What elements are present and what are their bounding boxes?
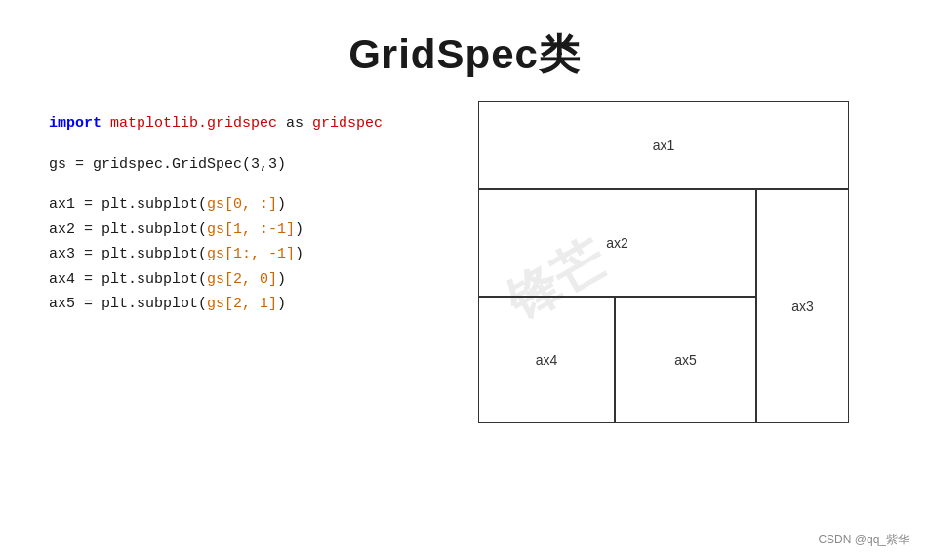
ax3-box: ax3: [756, 189, 849, 423]
page-title: GridSpec类: [0, 0, 929, 82]
gs-line: gs = gridspec.GridSpec(3,3): [49, 152, 439, 178]
ax5-line: ax5 = plt.subplot(gs[2, 1]): [49, 292, 439, 317]
grid-diagram: ax1 ax2 ax3 ax4 ax5: [478, 101, 849, 423]
code-section: import matplotlib.gridspec as gridspec g…: [49, 111, 439, 423]
ax4-label: ax4: [536, 352, 558, 368]
gs-assignment: gs = gridspec.GridSpec(3,3): [49, 156, 286, 173]
diagram-section: ax1 ax2 ax3 ax4 ax5: [478, 101, 900, 423]
ax5-box: ax5: [615, 297, 756, 423]
ax4-box: ax4: [478, 297, 615, 423]
ax2-label: ax2: [606, 235, 628, 251]
footer-text: CSDN @qq_紫华: [818, 532, 909, 548]
alias-gridspec: gridspec: [312, 115, 383, 132]
ax2-line: ax2 = plt.subplot(gs[1, :-1]): [49, 218, 439, 243]
keyword-import: import: [49, 115, 101, 132]
content-area: import matplotlib.gridspec as gridspec g…: [0, 111, 929, 423]
ax3-label: ax3: [791, 299, 814, 314]
ax-lines: ax1 = plt.subplot(gs[0, :]) ax2 = plt.su…: [49, 192, 439, 317]
ax3-line: ax3 = plt.subplot(gs[1:, -1]): [49, 242, 439, 267]
ax1-line: ax1 = plt.subplot(gs[0, :]): [49, 192, 439, 218]
ax1-box: ax1: [478, 101, 849, 189]
ax5-label: ax5: [674, 352, 697, 368]
ax2-box: ax2: [478, 189, 756, 297]
keyword-as: as: [286, 115, 312, 132]
ax4-line: ax4 = plt.subplot(gs[2, 0]): [49, 267, 439, 293]
import-line: import matplotlib.gridspec as gridspec: [49, 111, 439, 137]
module-matplotlib: matplotlib.gridspec: [110, 115, 277, 132]
ax1-label: ax1: [653, 138, 675, 153]
